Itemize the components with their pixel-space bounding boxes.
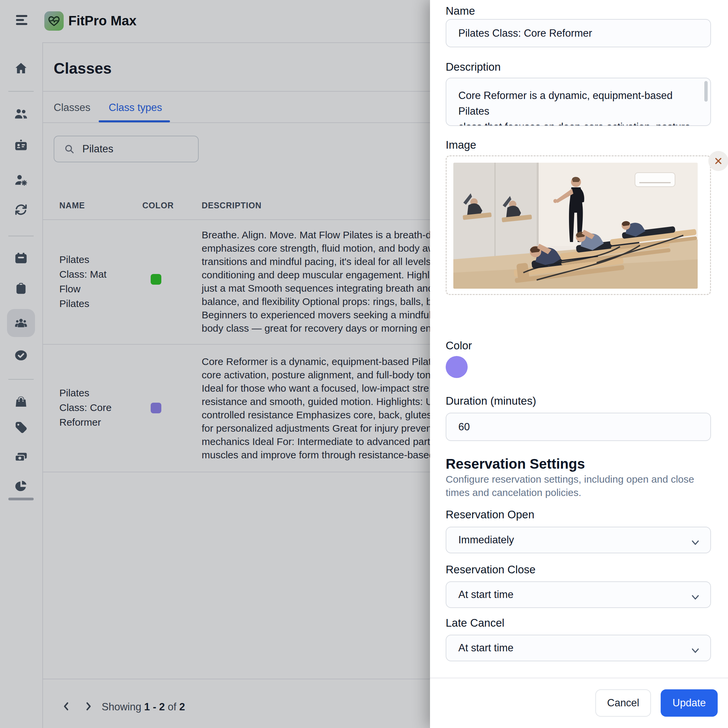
duration-value: 60	[458, 421, 470, 433]
chevron-down-icon	[690, 537, 700, 549]
reservation-settings-heading: Reservation Settings	[446, 456, 585, 472]
color-label: Color	[446, 340, 472, 352]
image-dropzone[interactable]	[446, 155, 711, 295]
textarea-scrollbar[interactable]	[704, 81, 708, 102]
reservation-open-select[interactable]: Immediately	[446, 527, 711, 553]
name-value: Pilates Class: Core Reformer	[458, 28, 592, 39]
name-label: Name	[446, 5, 475, 17]
image-remove-button[interactable]	[708, 151, 728, 171]
description-label: Description	[446, 61, 501, 73]
drawer-footer-divider	[430, 678, 728, 678]
duration-label: Duration (minutes)	[446, 395, 536, 407]
cancel-button[interactable]: Cancel	[595, 689, 651, 717]
late-cancel-value: At start time	[458, 642, 513, 654]
reservation-open-value: Immediately	[458, 534, 514, 546]
chevron-down-icon	[690, 645, 700, 657]
screen: FitPro Max	[0, 0, 728, 728]
late-cancel-select[interactable]: At start time	[446, 635, 711, 661]
edit-class-type-drawer: Name Pilates Class: Core Reformer Descri…	[430, 0, 728, 728]
update-button[interactable]: Update	[661, 689, 718, 717]
reservation-close-label: Reservation Close	[446, 563, 536, 576]
reservation-settings-subtitle: Configure reservation settings, includin…	[446, 473, 716, 499]
duration-field[interactable]: 60	[446, 413, 711, 441]
reservation-close-select[interactable]: At start time	[446, 581, 711, 608]
reservation-close-value: At start time	[458, 589, 513, 601]
reservation-open-label: Reservation Open	[446, 508, 534, 521]
name-field[interactable]: Pilates Class: Core Reformer	[446, 19, 711, 47]
late-cancel-label: Late Cancel	[446, 617, 504, 629]
class-photo	[453, 163, 698, 289]
close-icon	[713, 156, 723, 166]
color-picker-swatch[interactable]	[446, 356, 468, 378]
image-label: Image	[446, 139, 476, 151]
chevron-down-icon	[690, 591, 700, 603]
description-field[interactable]: Core Reformer is a dynamic, equipment-ba…	[446, 78, 711, 126]
